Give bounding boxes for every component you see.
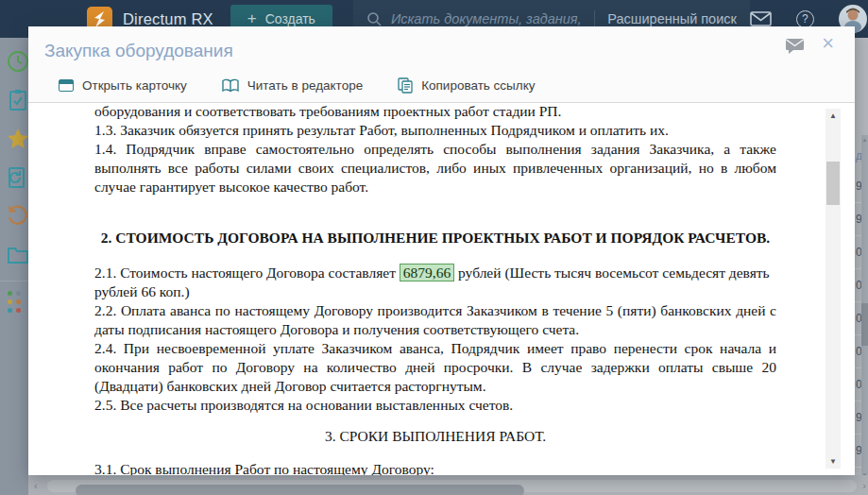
- folders-icon[interactable]: [7, 244, 28, 266]
- copy-icon: [398, 77, 413, 94]
- doc-paragraph: 2.1. Стоимость настоящего Договора соста…: [94, 264, 776, 301]
- brand-title: Directum RX: [123, 10, 213, 28]
- doc-paragraph: 1.3. Заказчик обязуется принять результа…: [94, 121, 776, 140]
- search-divider: [594, 10, 595, 27]
- mail-icon[interactable]: [750, 11, 772, 26]
- document-preview-pane: оборудования и соответствовать требовани…: [28, 106, 855, 475]
- scroll-down-icon[interactable]: ▼: [825, 457, 841, 466]
- scroll-up-icon[interactable]: ▲: [825, 111, 841, 120]
- favorites-star-icon[interactable]: [7, 128, 28, 150]
- plus-icon: +: [247, 9, 257, 28]
- close-icon[interactable]: ×: [822, 31, 834, 56]
- send-message-icon[interactable]: [786, 39, 804, 54]
- search-input[interactable]: Искать документы, задания, проце...: [391, 11, 582, 26]
- scroll-thumb[interactable]: [76, 485, 524, 495]
- doc-section-heading: 2. СТОИМОСТЬ ДОГОВОРА НА ВЫПОЛНЕНИЕ ПРОЕ…: [94, 229, 776, 248]
- background-bottom-strip: ‹ ›: [28, 475, 868, 495]
- document-text: оборудования и соответствовать требовани…: [94, 106, 776, 475]
- doc-paragraph: 2.4. При несвоевременной уплате Заказчик…: [94, 339, 776, 396]
- doc-paragraph: 2.2. Оплата аванса по настоящему Договор…: [94, 301, 776, 339]
- copy-link-button[interactable]: Копировать ссылку: [398, 77, 535, 94]
- background-horizontal-scrollbar[interactable]: [47, 480, 857, 492]
- background-list-strip: дано 9. 9. 0. 0. 0. 0. 0. 9. 9. ▲ ▼: [855, 38, 868, 495]
- tasks-clipboard-icon[interactable]: [7, 89, 28, 111]
- left-nav-sidebar: [0, 38, 28, 495]
- scroll-thumb[interactable]: [861, 303, 868, 346]
- doc-paragraph: 2.5. Все расчеты производятся на основан…: [94, 396, 776, 415]
- scroll-up-icon[interactable]: ▲: [861, 137, 868, 143]
- doc-paragraph: 3.1. Срок выполнения Работ по настоящему…: [94, 460, 776, 475]
- dialog-title: Закупка оборудования: [44, 41, 836, 61]
- scroll-left-icon[interactable]: ‹: [34, 479, 38, 492]
- scroll-right-icon[interactable]: ›: [862, 479, 866, 492]
- sidebar-divider: [0, 281, 28, 282]
- apps-grid-icon[interactable]: [8, 291, 28, 313]
- open-book-icon: [222, 78, 239, 93]
- dialog-toolbar: Открыть карточку Читать в редакторе Копи…: [28, 61, 855, 103]
- background-vertical-scrollbar[interactable]: ▲ ▼: [861, 135, 868, 480]
- document-refresh-icon[interactable]: [7, 166, 28, 189]
- help-icon[interactable]: ?: [796, 10, 814, 28]
- scroll-thumb[interactable]: [826, 162, 840, 205]
- doc-paragraph: оборудования и соответствовать требовани…: [94, 106, 776, 121]
- card-icon: [59, 79, 74, 92]
- preview-vertical-scrollbar[interactable]: ▲ ▼: [825, 109, 841, 469]
- doc-section-heading: 3. СРОКИ ВЫПОЛНЕНИЯ РАБОТ.: [94, 427, 776, 446]
- doc-paragraph: 1.4. Подрядчик вправе самостоятельно опр…: [94, 140, 776, 196]
- document-preview-dialog: Закупка оборудования × Открыть карточку …: [28, 26, 855, 475]
- recent-clock-icon[interactable]: [7, 50, 28, 73]
- open-card-button[interactable]: Открыть карточку: [59, 77, 187, 94]
- highlighted-amount: 6879,66: [400, 264, 454, 282]
- search-icon: [366, 11, 382, 26]
- history-undo-icon[interactable]: [7, 205, 28, 228]
- dialog-header: Закупка оборудования ×: [28, 26, 855, 61]
- read-in-editor-button[interactable]: Читать в редакторе: [222, 77, 363, 94]
- advanced-search-link[interactable]: Расширенный поиск: [607, 11, 737, 26]
